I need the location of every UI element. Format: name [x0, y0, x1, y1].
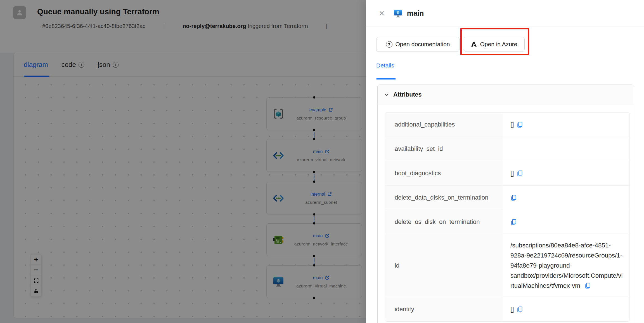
- copy-icon[interactable]: [517, 306, 523, 313]
- open-in-azure-label: Open in Azure: [480, 41, 517, 48]
- resource-detail-drawer: ✕ main ? Open documentation Open in Azur…: [366, 0, 644, 323]
- table-row: delete_os_disk_on_termination: [385, 210, 629, 234]
- attr-key: id: [385, 234, 503, 297]
- details-tab-indicator: [376, 78, 396, 79]
- drawer-mask[interactable]: [0, 0, 366, 323]
- page: Queue manually using Terraform #0e823645…: [0, 0, 644, 323]
- attr-key: additional_capabilities: [385, 113, 503, 137]
- open-in-azure-button[interactable]: Open in Azure: [464, 37, 525, 52]
- attr-key: delete_os_disk_on_termination: [385, 210, 503, 234]
- attributes-panel: Attributes additional_capabilities []: [377, 85, 634, 323]
- open-documentation-button[interactable]: ? Open documentation: [376, 37, 460, 52]
- attr-key: availability_set_id: [385, 137, 503, 161]
- virtual-machine-icon: [393, 8, 403, 18]
- attributes-table: additional_capabilities [] availability_…: [385, 112, 630, 322]
- attr-value-text: []: [510, 121, 514, 128]
- attr-value: []: [503, 161, 629, 185]
- attributes-body: additional_capabilities [] availability_…: [378, 105, 634, 323]
- attr-value-text: []: [510, 306, 514, 313]
- table-row: delete_data_disks_on_termination: [385, 186, 629, 210]
- attr-key: delete_data_disks_on_termination: [385, 186, 503, 210]
- attr-value-text: []: [510, 170, 514, 177]
- table-row: additional_capabilities []: [385, 113, 629, 137]
- table-row: id /subscriptions/80ea84e8-afce-4851-928…: [385, 234, 629, 297]
- copy-icon[interactable]: [517, 170, 523, 177]
- drawer-header: ✕ main: [366, 0, 644, 27]
- attributes-header[interactable]: Attributes: [378, 85, 634, 105]
- attr-value: [503, 137, 629, 161]
- attr-key: boot_diagnostics: [385, 161, 503, 185]
- attr-value: [503, 210, 629, 234]
- copy-icon[interactable]: [510, 195, 517, 201]
- table-row: identity []: [385, 297, 629, 321]
- attributes-title: Attributes: [393, 91, 422, 98]
- attr-key: identity: [385, 297, 503, 321]
- table-row: availability_set_id: [385, 137, 629, 161]
- drawer-title: main: [407, 9, 424, 18]
- copy-icon[interactable]: [510, 219, 517, 225]
- open-documentation-label: Open documentation: [396, 41, 450, 48]
- attr-value: [503, 186, 629, 210]
- copy-icon[interactable]: [584, 282, 591, 289]
- close-icon[interactable]: ✕: [379, 10, 385, 17]
- azure-logo-icon: [471, 42, 477, 47]
- chevron-down-icon: [384, 92, 389, 97]
- attr-value: /subscriptions/80ea84e8-afce-4851-928a-9…: [503, 234, 629, 297]
- attr-value-text: /subscriptions/80ea84e8-afce-4851-928a-9…: [510, 242, 622, 289]
- tab-details[interactable]: Details: [376, 62, 394, 69]
- table-row: boot_diagnostics []: [385, 161, 629, 186]
- attr-value: []: [503, 297, 629, 321]
- question-icon: ?: [386, 41, 392, 48]
- copy-icon[interactable]: [517, 121, 523, 128]
- attr-value: []: [503, 113, 629, 137]
